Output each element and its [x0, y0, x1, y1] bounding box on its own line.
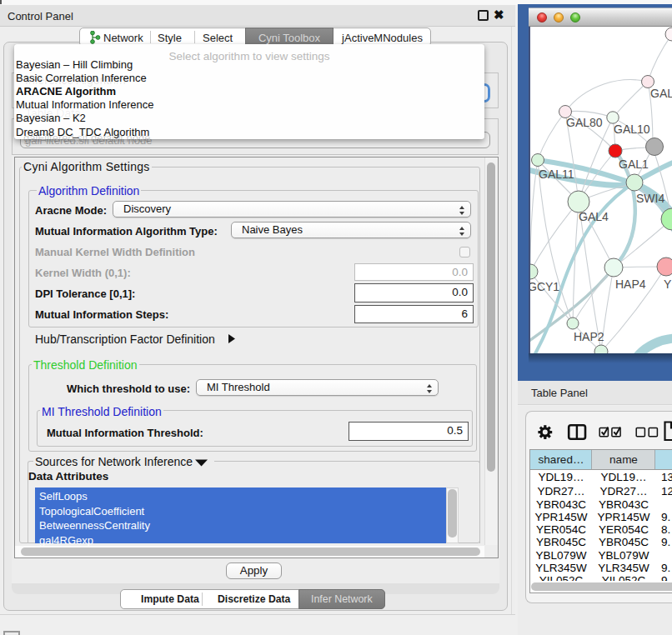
- svg-text:GAL11: GAL11: [539, 168, 574, 181]
- svg-text:HAP2: HAP2: [574, 330, 604, 343]
- svg-text:GAL1: GAL1: [619, 158, 649, 171]
- svg-text:GAL80: GAL80: [566, 116, 603, 129]
- svg-text:Y: Y: [664, 278, 672, 291]
- svg-text:HAP4: HAP4: [615, 278, 646, 291]
- svg-text:GCY1: GCY1: [530, 280, 559, 293]
- svg-text:SWI4: SWI4: [636, 192, 664, 205]
- svg-text:GAL: GAL: [650, 87, 672, 100]
- svg-text:GAL10: GAL10: [614, 122, 650, 136]
- svg-text:GAL4: GAL4: [579, 210, 609, 223]
